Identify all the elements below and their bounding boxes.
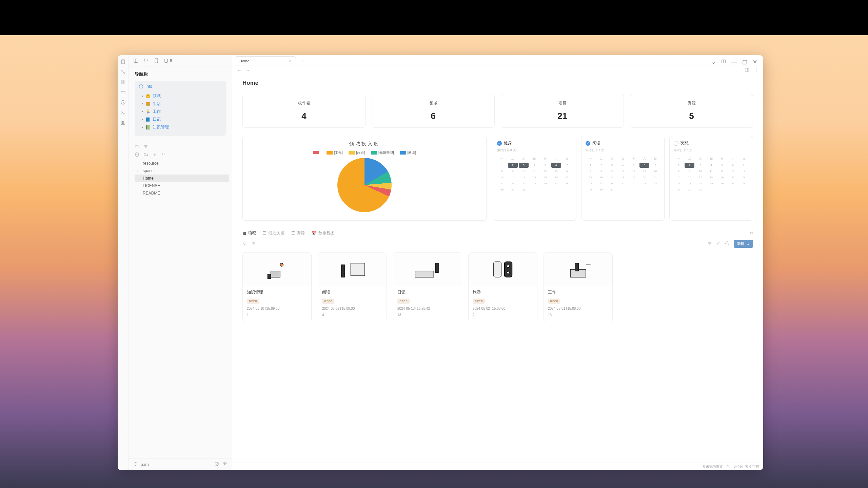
- card-title: 阅读: [322, 289, 382, 295]
- card-count: 13: [548, 313, 608, 317]
- stat-card[interactable]: 收件箱4: [242, 94, 366, 128]
- gallery-sort-icon[interactable]: [707, 241, 712, 247]
- svg-point-3: [124, 73, 125, 74]
- folder-item[interactable]: ›space: [135, 167, 229, 175]
- nav-title: 导航栏: [135, 71, 226, 77]
- svg-rect-5: [121, 80, 123, 82]
- collapse-sidebar-icon[interactable]: [133, 58, 139, 63]
- nav-item[interactable]: •😊领域: [142, 92, 222, 100]
- search-icon[interactable]: [143, 58, 149, 63]
- card-date: 2024-05-01T15:08:00: [548, 306, 608, 311]
- rail-archive-icon[interactable]: [120, 89, 126, 95]
- gallery-search-icon[interactable]: [242, 241, 247, 247]
- window-minimize-button[interactable]: —: [731, 59, 737, 65]
- nav-list: •😊领域•🍔生活•🏃工作•📘日记•📗知识管理: [139, 92, 222, 131]
- stat-card[interactable]: 资源5: [630, 94, 753, 128]
- new-file-icon[interactable]: [135, 152, 139, 157]
- file-item[interactable]: LICENSE: [135, 182, 229, 189]
- habit-row: ✓健身累计打卡 3 次一二三四五六日1234567891011121314151…: [493, 136, 753, 221]
- stat-value: 4: [249, 111, 359, 121]
- view-tab[interactable]: ☰最近浏览: [263, 230, 284, 236]
- doc-count-value: 8: [170, 58, 172, 63]
- nav-item[interactable]: •🏃工作: [142, 108, 222, 116]
- sidebar: 8 导航栏 Info •😊领域•🍔生活•🏃工作•📘日记•📗知识管理 ›res: [129, 55, 232, 470]
- info-label: Info: [145, 84, 152, 89]
- habit-card[interactable]: ✓健身累计打卡 3 次一二三四五六日1234567891011121314151…: [493, 136, 576, 221]
- view-settings-icon[interactable]: ⚙: [749, 231, 753, 236]
- legend-item: [工作]: [327, 150, 343, 155]
- outline-icon[interactable]: [745, 67, 749, 73]
- stat-label: 领域: [378, 100, 488, 106]
- view-tab[interactable]: ☰资源: [291, 230, 305, 236]
- nav-item[interactable]: •📗知识管理: [142, 123, 222, 131]
- rail-graph-icon[interactable]: [120, 69, 126, 75]
- view-tab-icon: ☰: [291, 231, 295, 236]
- new-folder-icon[interactable]: [143, 152, 148, 157]
- stat-row: 收件箱4领域6项目21资源5: [242, 94, 753, 128]
- status-bar: 0 未完的链接 ✎ 0 个词 70 个字符: [232, 463, 763, 470]
- more-icon[interactable]: ⋮: [754, 67, 758, 73]
- gallery-card[interactable]: 旅游area2024-05-02T15:08:002: [468, 252, 537, 321]
- rail-terminal-icon[interactable]: [120, 109, 126, 116]
- gallery-card[interactable]: 知识管理area2024-05-10T15:09:001: [242, 252, 312, 321]
- gallery-filter-icon[interactable]: [251, 241, 256, 247]
- locate-icon[interactable]: [152, 152, 157, 157]
- nav-forward-icon[interactable]: →: [245, 68, 250, 73]
- window-close-button[interactable]: ✕: [753, 59, 757, 65]
- nav-item[interactable]: •🍔生活: [142, 100, 222, 108]
- stat-label: 项目: [507, 100, 617, 106]
- card-title: 旅游: [473, 289, 533, 295]
- sort-icon[interactable]: [143, 144, 148, 149]
- card-title: 日记: [397, 289, 458, 295]
- window-maximize-button[interactable]: ▢: [742, 59, 747, 65]
- window-controls: ⌄ — ▢ ✕: [708, 59, 761, 65]
- view-tab[interactable]: 📅数据视图: [312, 230, 335, 236]
- svg-point-40: [243, 242, 246, 244]
- dropdown-icon[interactable]: ⌄: [711, 59, 716, 65]
- settings-icon[interactable]: [222, 462, 227, 467]
- sync-icon[interactable]: [133, 462, 138, 467]
- help-icon[interactable]: [214, 462, 219, 467]
- gallery-edit-icon[interactable]: [716, 241, 721, 247]
- new-button[interactable]: 新建⌄: [734, 240, 753, 248]
- folder-icon[interactable]: [135, 144, 139, 149]
- status-edit-icon[interactable]: ✎: [727, 465, 730, 468]
- file-item[interactable]: Home: [135, 175, 229, 182]
- habit-sub: 累计打卡 3 次: [497, 148, 572, 152]
- gallery-card[interactable]: 阅读area2024-05-02T15:08:004: [318, 252, 387, 321]
- gallery-card[interactable]: 日记area2024-05-13T15:28:4213: [393, 252, 462, 321]
- nav-back-icon[interactable]: ←: [237, 68, 241, 73]
- split-icon[interactable]: [721, 59, 726, 65]
- tab-bar: Home × + ⌄ — ▢ ✕: [232, 55, 763, 65]
- rail-grid-icon[interactable]: [120, 79, 126, 85]
- gallery-settings-icon[interactable]: [725, 241, 730, 247]
- card-date: 2024-05-02T15:08:00: [473, 306, 533, 311]
- nav-item[interactable]: •📘日记: [142, 116, 222, 123]
- tab-home[interactable]: Home ×: [235, 56, 296, 65]
- svg-rect-13: [121, 121, 122, 125]
- svg-rect-56: [435, 263, 438, 272]
- view-tab-icon: 📅: [312, 231, 317, 236]
- collapse-all-icon[interactable]: [161, 152, 166, 157]
- folder-item[interactable]: ›resource: [135, 160, 229, 167]
- bookmark-icon[interactable]: [154, 58, 159, 63]
- habit-card[interactable]: 冥想累计打卡 1 次一二三四五六日12345678910111213141516…: [669, 136, 753, 221]
- card-thumb: [318, 253, 387, 286]
- svg-rect-15: [124, 121, 125, 125]
- rail-new-doc-icon[interactable]: [120, 59, 126, 65]
- tab-add-button[interactable]: +: [298, 57, 306, 65]
- gallery-card[interactable]: 工作area2024-05-01T15:08:0013: [544, 252, 613, 321]
- svg-rect-16: [134, 59, 138, 63]
- legend-item: [313, 150, 320, 155]
- tab-title: Home: [239, 59, 249, 63]
- chart-legend: [工作][旅游][知识管理][阅读]: [250, 150, 479, 155]
- status-words: 0 个词 70 个字符: [734, 464, 759, 469]
- rail-history-icon[interactable]: [120, 99, 126, 105]
- tab-close-icon[interactable]: ×: [289, 58, 292, 63]
- habit-card[interactable]: ✓阅读累计打卡 1 次一二三四五六日1234567891011121314151…: [581, 136, 665, 221]
- stat-card[interactable]: 领域6: [372, 94, 495, 128]
- rail-library-icon[interactable]: [120, 120, 126, 126]
- stat-card[interactable]: 项目21: [501, 94, 624, 128]
- view-tab[interactable]: ▦领域: [242, 230, 256, 236]
- file-item[interactable]: README: [135, 189, 229, 197]
